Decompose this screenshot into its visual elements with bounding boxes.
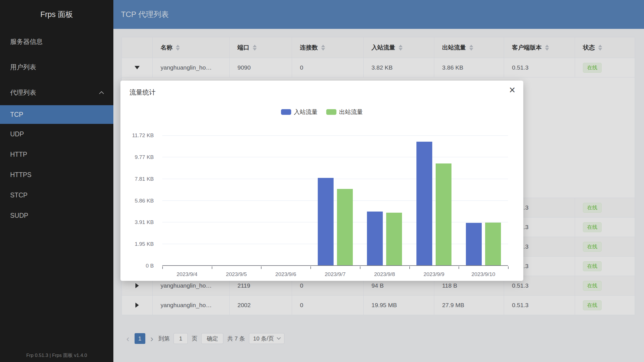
x-axis-tick-label: 2023/9/4: [162, 271, 212, 277]
x-axis-tick: [162, 266, 163, 269]
chart-category-group: [459, 135, 508, 265]
traffic-stats-modal: 流量统计 × 入站流量出站流量 11.72 KB9.77 KB7.81 KB5.…: [120, 81, 523, 281]
x-axis-tick-label: 2023/9/5: [212, 271, 261, 277]
bar-入站流量: [318, 178, 334, 265]
modal-title: 流量统计: [129, 89, 155, 96]
x-axis-tick-label: 2023/9/6: [261, 271, 310, 277]
chart-x-ticks: [162, 266, 508, 269]
bar-入站流量: [367, 212, 383, 265]
y-axis-tick-label: 0 B: [146, 263, 154, 269]
y-axis-tick-label: 11.72 KB: [132, 132, 154, 139]
legend-item[interactable]: 出站流量: [326, 108, 363, 116]
x-axis-tick: [459, 266, 459, 269]
x-axis-tick-label: 2023/9/10: [459, 271, 508, 277]
y-axis-tick-label: 7.81 KB: [135, 176, 154, 182]
close-icon[interactable]: ×: [509, 85, 515, 95]
x-axis-tick: [310, 266, 311, 269]
chart-legend: 入站流量出站流量: [120, 109, 523, 115]
bar-出站流量: [386, 213, 402, 265]
bar-入站流量: [466, 223, 482, 265]
y-axis-tick-label: 1.95 KB: [135, 241, 154, 247]
x-axis-tick-label: 2023/9/9: [409, 271, 459, 277]
traffic-chart: 11.72 KB9.77 KB7.81 KB5.86 KB3.91 KB1.95…: [120, 135, 523, 283]
y-axis-tick-label: 5.86 KB: [135, 198, 154, 204]
bar-出站流量: [337, 189, 353, 265]
bar-出站流量: [436, 163, 451, 265]
chart-category-group: [360, 135, 409, 265]
chart-plot: [162, 135, 508, 266]
legend-label: 出站流量: [339, 108, 363, 116]
chart-category-group: [212, 135, 261, 265]
y-axis-tick-label: 3.91 KB: [135, 219, 154, 225]
x-axis-tick: [212, 266, 212, 269]
y-axis-tick-label: 9.77 KB: [135, 154, 154, 160]
bar-出站流量: [485, 223, 501, 265]
chart-category-group: [310, 135, 360, 265]
chart-category-group: [162, 135, 212, 265]
legend-label: 入站流量: [294, 108, 318, 116]
chart-y-axis: 11.72 KB9.77 KB7.81 KB5.86 KB3.91 KB1.95…: [120, 135, 157, 266]
x-axis-tick-label: 2023/9/7: [310, 271, 360, 277]
legend-item[interactable]: 入站流量: [281, 108, 318, 116]
legend-swatch-icon: [326, 109, 336, 115]
chart-category-group: [261, 135, 310, 265]
bar-入站流量: [416, 142, 432, 265]
x-axis-tick: [508, 266, 509, 269]
x-axis-tick: [360, 266, 360, 269]
x-axis-tick: [409, 266, 410, 269]
x-axis-tick-label: 2023/9/8: [360, 271, 409, 277]
chart-category-group: [409, 135, 459, 265]
x-axis-tick: [261, 266, 262, 269]
modal-header: 流量统计 ×: [120, 81, 523, 98]
chart-x-labels: 2023/9/42023/9/52023/9/62023/9/72023/9/8…: [162, 271, 508, 277]
chart-bars: [162, 135, 508, 265]
legend-swatch-icon: [281, 109, 291, 115]
